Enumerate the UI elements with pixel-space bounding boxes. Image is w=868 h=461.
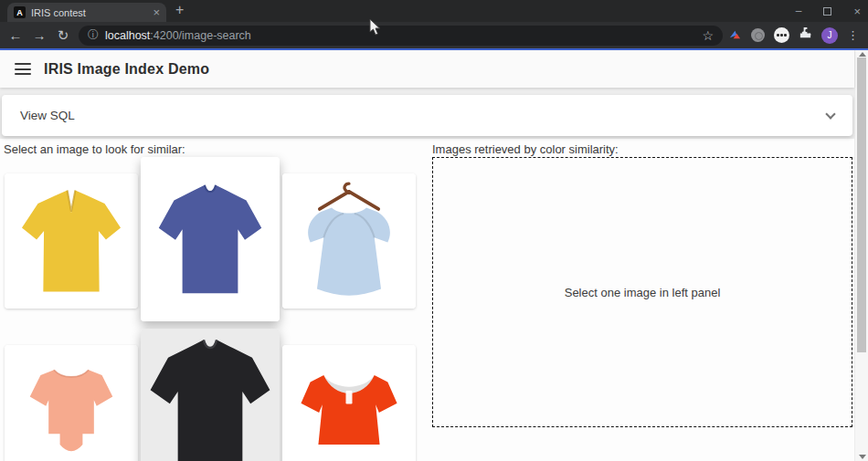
lightblue-blouse-on-hanger-image: [282, 173, 416, 309]
browser-tab[interactable]: A IRIS contest ×: [7, 3, 166, 22]
minimize-button[interactable]: –: [796, 6, 802, 16]
image-card-yellow-vneck-tshirt[interactable]: [5, 173, 138, 309]
browser-window: A IRIS contest × + – × ← → ↻ ⓘ localhost…: [0, 0, 868, 461]
site-favicon-icon: A: [14, 6, 26, 18]
new-tab-button[interactable]: +: [175, 2, 184, 18]
tab-strip: A IRIS contest × + – ×: [0, 0, 868, 22]
close-window-button[interactable]: ×: [853, 5, 861, 18]
orange-red-crop-top-image: [282, 345, 416, 461]
peach-baby-onesie-image: [5, 345, 138, 461]
image-grid-cell: [141, 157, 280, 329]
reload-button[interactable]: ↻: [51, 27, 75, 44]
extensions-puzzle-icon[interactable]: [799, 26, 812, 44]
blue-crewneck-tshirt-image: [141, 157, 280, 321]
image-grid-cell: [2, 157, 141, 329]
tab-close-icon[interactable]: ×: [153, 6, 160, 18]
chevron-down-icon[interactable]: [825, 109, 835, 119]
image-grid-cell: [2, 329, 141, 461]
app-toolbar: IRIS Image Index Demo: [0, 50, 854, 88]
scrollbar-up-arrow-icon[interactable]: [859, 52, 866, 57]
image-card-peach-baby-onesie[interactable]: [5, 345, 138, 461]
bookmark-star-icon[interactable]: ☆: [702, 28, 714, 43]
browser-toolbar: ← → ↻ ⓘ localhost:4200/image-search ☆ J: [0, 22, 868, 48]
page-title: IRIS Image Index Demo: [44, 61, 209, 78]
back-button[interactable]: ←: [4, 27, 27, 43]
profile-avatar[interactable]: J: [821, 27, 838, 44]
site-info-icon[interactable]: ⓘ: [88, 27, 99, 43]
image-grid-cell: [141, 329, 280, 461]
extension-colored-icon[interactable]: [728, 28, 742, 42]
address-bar[interactable]: ⓘ localhost:4200/image-search ☆: [79, 26, 723, 46]
results-dropzone: Select one image in left panel: [432, 157, 852, 427]
forward-button[interactable]: →: [27, 27, 51, 43]
image-grid-cell: [280, 157, 418, 329]
extension-colored-glyph: [728, 28, 742, 42]
dropzone-placeholder: Select one image in left panel: [565, 286, 721, 299]
hamburger-menu-icon[interactable]: [15, 63, 31, 75]
image-card-grid: [2, 157, 418, 461]
right-panel-heading: Images retrieved by color similarity:: [432, 142, 619, 156]
scrollbar-thumb[interactable]: [857, 58, 866, 352]
extension-dots-icon[interactable]: [774, 27, 789, 43]
image-card-lightblue-blouse-on-hanger[interactable]: [282, 173, 416, 309]
image-card-blue-crewneck-tshirt[interactable]: [141, 157, 280, 321]
browser-menu-kebab-icon[interactable]: ⋮: [847, 28, 859, 42]
image-card-orange-red-crop-top[interactable]: [282, 345, 416, 461]
page-scrollbar[interactable]: [854, 50, 868, 461]
black-tshirt-image: [141, 329, 280, 461]
scrollbar-down-arrow-icon[interactable]: [859, 455, 866, 459]
image-card-black-tshirt[interactable]: [141, 329, 280, 461]
url-text: localhost:4200/image-search: [105, 29, 251, 42]
tab-title: IRIS contest: [31, 7, 147, 18]
mouse-cursor: [369, 19, 383, 37]
extension-history-icon[interactable]: [751, 28, 765, 42]
yellow-vneck-tshirt-image: [5, 173, 138, 309]
left-panel-heading: Select an image to look for similar:: [4, 142, 185, 156]
view-sql-label: View SQL: [20, 109, 75, 122]
image-grid-cell: [280, 329, 418, 461]
view-sql-expansion-panel[interactable]: View SQL: [2, 95, 852, 136]
maximize-button[interactable]: [823, 7, 831, 16]
